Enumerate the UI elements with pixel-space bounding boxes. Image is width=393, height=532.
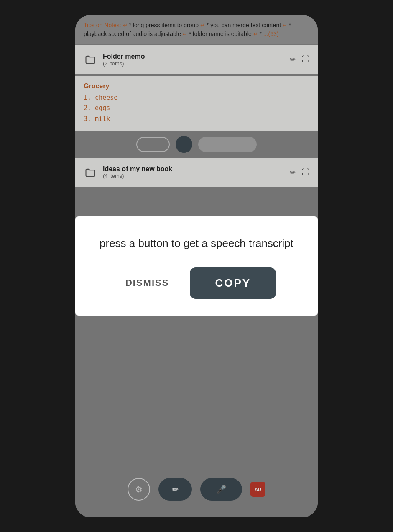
modal-overlay: press a button to get a speech transcrip… <box>75 15 318 517</box>
dismiss-button[interactable]: DISMISS <box>117 273 177 293</box>
modal-message: press a button to get a speech transcrip… <box>100 236 293 251</box>
modal-dialog: press a button to get a speech transcrip… <box>75 216 318 316</box>
phone-frame: Tips on Notes: ↵ * long press items to g… <box>75 15 318 517</box>
modal-buttons: DISMISS COPY <box>117 267 276 299</box>
copy-button[interactable]: COPY <box>190 267 276 299</box>
